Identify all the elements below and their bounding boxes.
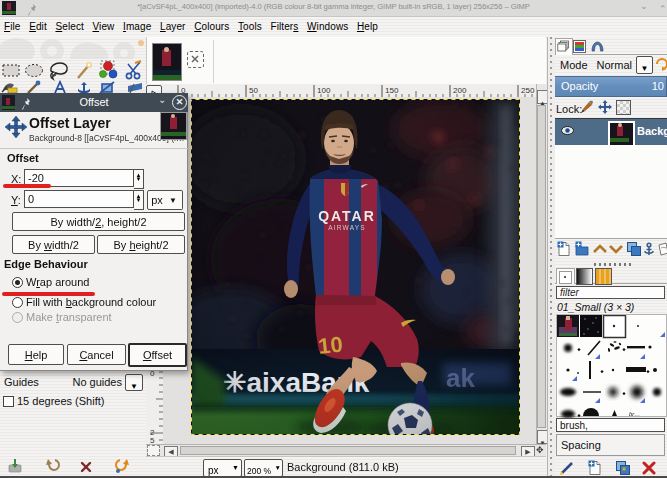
svg-text:br…: br…	[629, 411, 640, 417]
svg-text:200: 200	[453, 86, 467, 95]
svg-text:100: 100	[317, 86, 331, 95]
svg-text:250: 250	[521, 86, 535, 95]
svg-text:150: 150	[385, 86, 399, 95]
svg-text:50: 50	[249, 86, 258, 95]
svg-text:5: 5	[150, 436, 155, 444]
